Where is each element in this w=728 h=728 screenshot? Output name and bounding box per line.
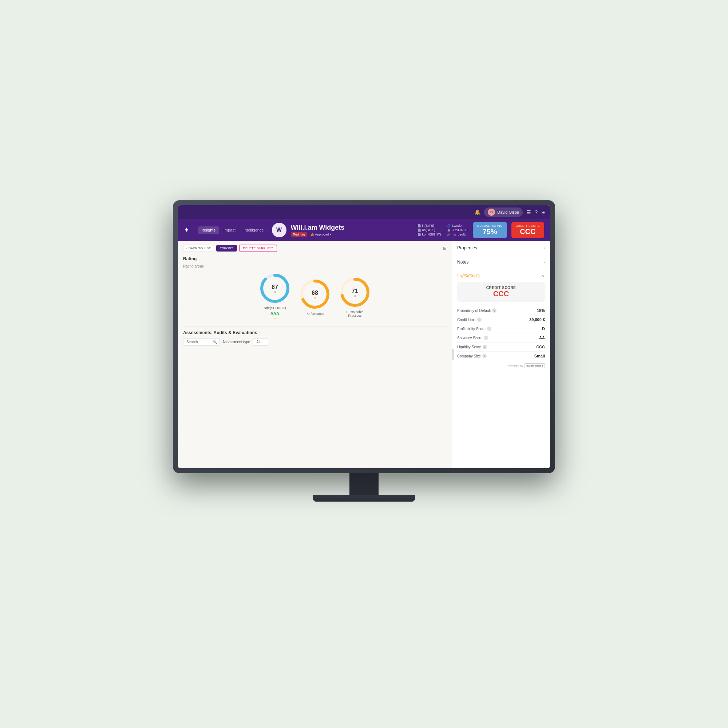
gauge-safesource: 87 % safe(SOURCE) AAA ⚠ <box>258 272 291 321</box>
company-size-value: Small <box>534 354 545 358</box>
nav-tabs: Insights Impact Intelligence <box>198 226 268 234</box>
solvency-value: AA <box>539 336 545 340</box>
monitor-container: 🔔 D David Olson ☰ ? ⊞ ✦ Insights I <box>164 200 564 528</box>
credit-score-header-label: CREDIT SCORE <box>516 224 540 228</box>
assessments-title: Assessments, Audits & Evaluations <box>183 330 447 335</box>
gauge-inner-sustainable: 71 % <box>352 288 358 297</box>
gauge-percent-symbol-performance: % <box>312 296 318 298</box>
gauge-circle-sustainable: 71 % <box>338 276 371 309</box>
integration-onsite: 📄 on(SITE) <box>418 228 441 232</box>
right-panel: › Properties › Notes › fin(SIGHT) <box>452 241 550 468</box>
location-group: 🌐 Sweden ⏰ 2023-02-13 🔗 microsoft... <box>447 224 468 236</box>
scores-list: Probability of Default i 18% Credit Limi… <box>457 306 545 360</box>
credit-limit-info-icon[interactable]: i <box>477 317 482 322</box>
company-name: Will.i.am Widgets <box>291 224 413 231</box>
properties-chevron: › <box>543 245 545 251</box>
left-panel: ‹ BACK TO LIST EXPORT DELETE SUPPLIER ⊞ … <box>178 241 452 468</box>
score-row-solvency: Solvency Score i AA <box>457 333 545 343</box>
action-bar: ‹ BACK TO LIST EXPORT DELETE SUPPLIER ⊞ <box>183 245 447 252</box>
solvency-info-icon[interactable]: i <box>484 336 488 340</box>
tab-intelligence[interactable]: Intelligence <box>240 226 268 234</box>
integrations-group: 📄 in(SITE) 📄 on(SITE) 📄 kp(INSIGHT) <box>418 224 441 236</box>
gauge-percent-sustainable: 71 <box>352 288 358 294</box>
credit-score-header-box: CREDIT SCORE CCC <box>511 222 544 238</box>
table-view-icon[interactable]: ⊞ <box>443 246 447 251</box>
assessments-section: Assessments, Audits & Evaluations 🔍 Asse… <box>183 330 447 346</box>
global-rating-label: GLOBAL RATING <box>477 224 503 228</box>
rating-section-title: Rating <box>183 256 447 262</box>
score-row-profitability: Profitability Score i D <box>457 324 545 333</box>
company-meta: 📄 in(SITE) 📄 on(SITE) 📄 kp(INSIGHT) <box>418 224 468 236</box>
search-icon: 🔍 <box>213 340 217 344</box>
pod-info-icon[interactable]: i <box>492 308 497 313</box>
top-bar-icons: 🔔 D David Olson ☰ ? ⊞ <box>474 208 546 217</box>
main-content: ‹ BACK TO LIST EXPORT DELETE SUPPLIER ⊞ … <box>178 241 550 468</box>
sidebar-toggle[interactable]: › <box>452 349 454 360</box>
app-logo-icon: ✦ <box>184 226 189 234</box>
monitor-frame: 🔔 D David Olson ☰ ? ⊞ ✦ Insights I <box>173 200 555 473</box>
gauge-sustainable: 71 % SustainablePractices <box>338 276 371 317</box>
warning-icon-safesource: ⚠ <box>273 317 277 321</box>
assessment-type-select[interactable]: All <box>253 338 268 346</box>
monitor-neck <box>349 473 379 495</box>
date-meta: ⏰ 2023-02-13 <box>447 228 468 232</box>
credit-score-card: CREDIT SCORE CCC <box>457 282 545 302</box>
gauge-performance: 68 % Performance <box>298 278 331 316</box>
cs-card-label: CREDIT SCORE <box>461 286 541 290</box>
liquidity-info-icon[interactable]: i <box>483 345 487 349</box>
profitability-value: D <box>542 327 545 331</box>
bell-icon[interactable]: 🔔 <box>474 209 480 215</box>
properties-row[interactable]: Properties › <box>452 241 550 255</box>
notes-row[interactable]: Notes › <box>452 255 550 269</box>
gauge-label-performance: Performance <box>305 312 324 316</box>
company-size-label: Company Size i <box>457 354 487 358</box>
gauge-circle-safesource: 87 % <box>258 272 291 305</box>
app-logo: ✦ <box>184 226 189 234</box>
tab-impact[interactable]: Impact <box>220 226 239 234</box>
rating-areas-label: Rating areas <box>183 264 447 268</box>
question-icon[interactable]: ? <box>535 209 538 215</box>
gauge-inner-safesource: 87 % <box>272 284 278 293</box>
notes-chevron: › <box>543 260 545 265</box>
credit-score-header-value: CCC <box>516 228 540 236</box>
profitability-label: Profitability Score i <box>457 327 491 331</box>
cs-card-value: CCC <box>461 290 541 298</box>
back-to-list-button[interactable]: ‹ BACK TO LIST <box>183 245 214 252</box>
gauge-percent-safesource: 87 <box>272 284 278 291</box>
user-pill[interactable]: D David Olson <box>484 208 523 217</box>
hamburger-icon[interactable]: ☰ <box>526 209 531 215</box>
gauge-circle-performance: 68 % <box>298 278 331 310</box>
gauge-badge-safesource: AAA <box>271 311 279 316</box>
company-header: ✦ Insights Impact Intelligence W Will.i.… <box>178 219 550 241</box>
user-name: David Olson <box>497 210 519 214</box>
gauge-percent-performance: 68 <box>312 289 318 296</box>
gauge-inner-performance: 68 % <box>312 289 318 298</box>
score-row-liquidity: Liquidity Score i CCC <box>457 343 545 352</box>
powered-by: Powered by modefinance <box>457 363 545 368</box>
integration-kp: 📄 kp(INSIGHT) <box>418 232 441 236</box>
modefinance-logo: modefinance <box>525 363 545 368</box>
country-meta: 🌐 Sweden <box>447 224 468 228</box>
profitability-info-icon[interactable]: i <box>487 327 491 331</box>
company-size-info-icon[interactable]: i <box>482 354 487 358</box>
red-flag-badge[interactable]: Red flag <box>291 232 307 237</box>
credit-limit-label: Credit Limit i <box>457 317 482 322</box>
tab-insights[interactable]: Insights <box>198 226 219 234</box>
monitor-base <box>313 495 415 502</box>
notes-label: Notes <box>457 260 468 265</box>
score-row-company-size: Company Size i Small <box>457 352 545 360</box>
delete-supplier-button[interactable]: DELETE SUPPLIER <box>239 245 277 252</box>
credit-limit-value: 39,000 € <box>529 317 545 322</box>
pod-label: Probability of Default i <box>457 308 497 313</box>
integration-insite: 📄 in(SITE) <box>418 224 441 228</box>
solvency-label: Solvency Score i <box>457 336 488 340</box>
search-input-wrap: 🔍 <box>183 338 219 346</box>
export-button[interactable]: EXPORT <box>216 245 237 252</box>
company-logo: W <box>272 223 286 237</box>
liquidity-value: CCC <box>536 345 545 349</box>
finsight-collapse-icon[interactable]: ∨ <box>541 273 545 278</box>
layout-icon[interactable]: ⊞ <box>541 209 546 215</box>
top-bar: 🔔 D David Olson ☰ ? ⊞ <box>178 205 550 219</box>
assessment-type-label: Assessment type <box>222 340 250 344</box>
gauge-percent-symbol-safesource: % <box>272 291 278 293</box>
